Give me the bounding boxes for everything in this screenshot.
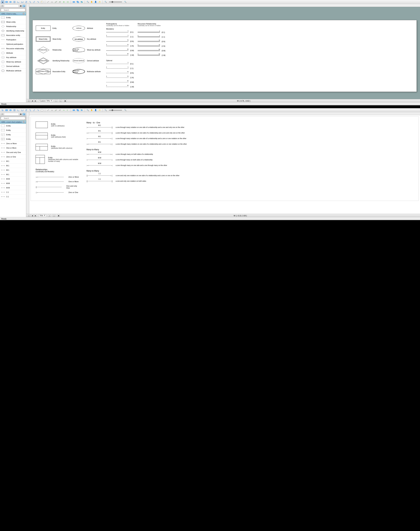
grid-view-icon[interactable]: ▦ [19, 113, 22, 116]
palette-item[interactable]: Key attribute [0, 55, 26, 60]
palette-item[interactable]: Zero or One [0, 155, 26, 159]
grid-icon[interactable] [13, 0, 16, 3]
palette-item[interactable]: M:1 [0, 172, 26, 177]
view2-icon[interactable]: ▢ [53, 215, 55, 217]
poly1-icon[interactable] [54, 109, 58, 112]
line-icon[interactable] [46, 0, 50, 3]
palette-item[interactable]: Optional participation [0, 42, 26, 46]
zoom-slider[interactable] [109, 110, 122, 111]
user-icon[interactable]: 👤 [94, 0, 97, 3]
zoom-box[interactable]: 75% ⇕ [39, 214, 46, 217]
connector-6-icon[interactable] [36, 0, 40, 3]
line-icon[interactable] [46, 109, 50, 112]
search-toggle-icon[interactable]: 🔍 [22, 113, 25, 116]
panel-header[interactable]: ERD, Chen's nota... × [0, 12, 26, 15]
palette-item[interactable]: Weak key attribute [0, 60, 26, 64]
zoom-in-icon[interactable]: 🔍 [124, 0, 127, 3]
search-input[interactable] [1, 9, 25, 12]
cursor-icon[interactable]: ▲ [1, 0, 4, 3]
zoom-out-icon[interactable]: 🔍 [104, 109, 107, 112]
view1-icon[interactable]: ▯ [48, 215, 51, 217]
close-icon[interactable]: × [23, 13, 25, 15]
palette-item[interactable]: M:1 [0, 159, 26, 163]
connector-Z-icon[interactable] [25, 109, 28, 112]
zoom-box[interactable]: Custom 79% ⇕ [39, 100, 53, 102]
hand-icon[interactable]: ✋ [90, 0, 93, 3]
palette-item[interactable]: One and only One [0, 150, 26, 155]
group2-icon[interactable] [76, 109, 79, 112]
group2-icon[interactable] [76, 0, 79, 3]
page-first-icon[interactable]: ‖ [28, 215, 30, 217]
connector-5-icon[interactable] [32, 109, 36, 112]
rect-icon[interactable] [5, 0, 8, 3]
poly4-icon[interactable] [66, 109, 69, 112]
cursor-icon[interactable] [1, 109, 4, 112]
zoom-slider[interactable] [109, 2, 122, 2]
page-next-icon[interactable]: ▶ [34, 215, 37, 217]
image-icon[interactable] [40, 109, 44, 112]
connector-L-icon[interactable] [17, 109, 20, 112]
panel-header[interactable]: ERD, crow's foot notation × [0, 120, 26, 124]
arc-icon[interactable] [50, 109, 54, 112]
poly1-icon[interactable] [54, 0, 58, 3]
view3-icon[interactable]: ▣ [64, 100, 67, 102]
grid-view-icon[interactable]: ▦ [19, 5, 22, 7]
palette-item[interactable]: M:M [0, 181, 26, 186]
canvas[interactable]: Entity Entity Attribute Attribute Weak E… [29, 7, 420, 99]
palette-item[interactable]: M:1 [0, 163, 26, 168]
palette-item[interactable]: Associative entity [0, 33, 26, 38]
palette-item[interactable]: M:M [0, 186, 26, 190]
connector-5-icon[interactable] [32, 0, 36, 3]
palette-item[interactable]: M:1 [0, 168, 26, 172]
connector-S-icon[interactable] [29, 0, 32, 3]
sidebar-filter-input[interactable] [4, 113, 19, 116]
poly2-icon[interactable] [58, 109, 61, 112]
image-icon[interactable] [40, 0, 44, 3]
hand-icon[interactable]: ✋ [90, 109, 93, 112]
wand-icon[interactable]: ✨ [98, 0, 101, 3]
page-next-icon[interactable]: ▶ [34, 100, 37, 102]
palette-item[interactable]: One or More [0, 146, 26, 150]
group1-icon[interactable] [72, 0, 75, 3]
connector-U-icon[interactable] [21, 0, 24, 3]
connector-6-icon[interactable] [36, 109, 40, 112]
page-prev-icon[interactable]: ◀ [31, 100, 33, 102]
ellipse-icon[interactable] [9, 0, 12, 3]
palette-item[interactable]: Entity [0, 15, 26, 20]
palette-item[interactable]: Derived attribute [0, 64, 26, 69]
poly4-icon[interactable] [66, 0, 69, 3]
connector-U-icon[interactable] [21, 109, 24, 112]
palette-item[interactable]: Entity [0, 124, 26, 128]
poly2-icon[interactable] [58, 0, 61, 3]
palette-item[interactable]: Entity [0, 137, 26, 141]
search-toggle-icon[interactable]: 🔍 [22, 5, 25, 7]
group1-icon[interactable] [72, 109, 75, 112]
poly3-icon[interactable] [62, 109, 65, 112]
rect-icon[interactable] [5, 109, 8, 112]
sidebar-filter-input[interactable] [4, 5, 19, 7]
zoom-icon[interactable]: 🔍 [86, 0, 90, 3]
group3-icon[interactable] [80, 0, 83, 3]
palette-item[interactable]: Zero or More [0, 141, 26, 146]
poly3-icon[interactable] [62, 0, 65, 3]
palette-item[interactable]: Participation [0, 38, 26, 42]
palette-item[interactable]: Recursive relationship [0, 46, 26, 51]
palette-item[interactable]: 1:1 [0, 194, 26, 199]
arc-icon[interactable] [50, 0, 54, 3]
palette-item[interactable]: Entity [0, 128, 26, 133]
canvas[interactable]: Entity(with no attributes)Entity(with at… [29, 115, 420, 214]
palette-item[interactable]: Identifying relationship [0, 29, 26, 33]
group3-icon[interactable] [80, 109, 83, 112]
palette-item[interactable]: Entity [0, 133, 26, 137]
view1-icon[interactable]: ▯ [55, 100, 58, 102]
tree-icon[interactable]: ☷ [1, 5, 4, 7]
zoom-in-icon[interactable]: 🔍 [124, 109, 127, 112]
user-icon[interactable]: 👤 [94, 109, 97, 112]
close-icon[interactable]: × [23, 121, 25, 123]
palette-item[interactable]: 1:1 [0, 190, 26, 194]
grid-icon[interactable] [13, 109, 16, 112]
view3-icon[interactable]: ▣ [57, 215, 60, 217]
zoom-icon[interactable]: 🔍 [86, 109, 90, 112]
zoom-out-icon[interactable]: 🔍 [104, 0, 107, 3]
connector-L-icon[interactable] [17, 0, 20, 3]
